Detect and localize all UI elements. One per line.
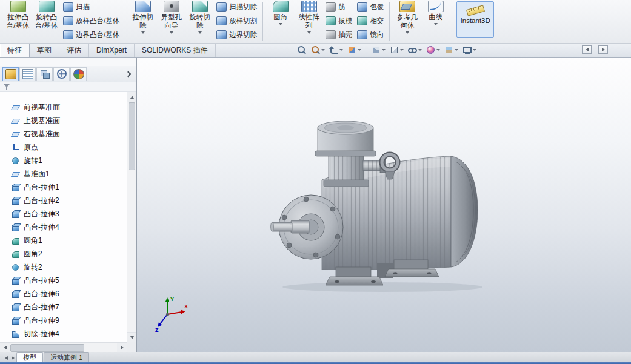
sweep-boss-button[interactable]: 扫描 [61,0,122,14]
chevron-down-icon [436,49,440,51]
pane-toggle-right-icon[interactable] [598,45,608,54]
tree-item[interactable]: 圆角1 [0,234,127,247]
hole-wizard-button[interactable]: 异型孔 向导 [157,0,185,34]
tree-item[interactable]: 凸台-拉伸3 [0,207,127,220]
tree-item[interactable]: 基准面1 [0,167,127,180]
boss-extrude-icon [11,183,20,192]
panel-flyout-button[interactable] [124,70,132,78]
apply-scene-button[interactable] [442,45,460,55]
hide-show-items-button[interactable] [406,45,424,55]
feature-manager-panel: 前视基准面 上视基准面 右视基准面 原点 旋转1 基准面1 凸台-拉伸1 凸台-… [0,58,137,352]
plane-icon [11,170,20,179]
tree-item[interactable]: 原点 [0,141,127,154]
sweep-boss-icon [63,2,73,12]
chevron-down-icon [455,49,458,51]
tree-item[interactable]: 凸台-拉伸6 [0,287,127,300]
intersect-button[interactable]: 相交 [355,14,386,28]
scroll-right-icon[interactable] [117,343,127,352]
tab-scroll-left-icon[interactable] [3,354,10,362]
sweep-cut-icon [216,2,227,12]
tab-dimxpert[interactable]: DimXpert [89,44,135,57]
boss-extrude-icon [11,210,20,219]
tab-scroll-right-icon[interactable] [10,354,16,362]
reference-geometry-button[interactable]: 参考几 何体 [393,0,421,34]
fillet-button[interactable]: 圆角 [266,0,295,25]
boss-extrude-icon [11,196,20,205]
tree-item[interactable]: 凸台-拉伸5 [0,274,127,287]
configuration-icon [40,70,50,79]
curves-button[interactable]: 曲线 [421,0,450,25]
tree-horizontal-scrollbar[interactable] [0,342,127,352]
ribbon-separator [389,2,390,41]
boundary-boss-button[interactable]: 边界凸台/基体 [61,28,122,42]
pane-toggle-icons [582,45,608,54]
scroll-left-icon[interactable] [0,343,10,352]
loft-boss-button[interactable]: 放样凸台/基体 [61,14,122,28]
loft-cut-button[interactable]: 放样切割 [214,14,259,28]
view-orientation-button[interactable] [369,45,387,55]
zoom-area-icon [310,45,321,55]
view-settings-button[interactable] [460,45,478,55]
tree-item[interactable]: 上视基准面 [0,114,127,127]
tab-solidworks-addins[interactable]: SOLIDWORKS 插件 [135,44,216,57]
model-tab[interactable]: 模型 [16,352,43,362]
wrap-button[interactable]: 包覆 [355,0,386,14]
loft-boss-icon [63,16,73,25]
tree-item[interactable]: 凸台-拉伸2 [0,194,127,207]
propertymanager-tab[interactable] [19,67,36,81]
extrude-boss-button[interactable]: 拉伸凸 台/基体 [4,0,32,30]
pane-toggle-left-icon[interactable] [582,45,592,54]
display-colorwheel-icon [73,69,84,79]
tree-item[interactable]: 旋转1 [0,154,127,167]
tree-item[interactable]: 凸台-拉伸4 [0,220,127,234]
tree-item[interactable]: 凸台-拉伸9 [0,314,127,327]
tab-sketch[interactable]: 草图 [30,44,59,57]
extrude-cut-button[interactable]: 拉伸切 除 [129,0,157,34]
dimxpertmanager-tab[interactable] [53,67,70,81]
revolve-boss-button[interactable]: 旋转凸 台/基体 [32,0,61,30]
tree-item[interactable]: 切除-拉伸4 [0,327,127,340]
scroll-down-icon[interactable] [127,332,136,342]
zoom-fit-button[interactable] [295,45,309,55]
zoom-area-button[interactable] [309,45,327,55]
chevron-down-icon [321,49,325,51]
section-view-button[interactable] [345,45,363,55]
document-tab-bar: 模型 运动算例 1 [0,352,631,362]
instant3d-button[interactable]: Instant3D [456,1,494,38]
svg-text:X: X [184,303,188,309]
tab-features[interactable]: 特征 [0,44,30,57]
tree-item[interactable]: 右视基准面 [0,127,127,141]
tree-vertical-scrollbar[interactable] [127,92,136,342]
tree-item[interactable]: 前视基准面 [0,101,127,114]
tree-item[interactable]: 旋转2 [0,260,127,274]
sweep-cut-button[interactable]: 扫描切除 [214,0,259,14]
previous-view-button[interactable] [327,45,345,55]
rib-button[interactable]: 筋 [323,0,355,14]
configurationmanager-tab[interactable] [36,67,53,81]
edit-appearance-button[interactable] [424,45,442,55]
revolve-cut-button[interactable]: 旋转切 除 [185,0,214,34]
motion-study-tab[interactable]: 运动算例 1 [44,352,89,362]
scrollbar-thumb[interactable] [129,102,135,170]
filter-icon[interactable] [4,84,10,90]
scroll-up-icon[interactable] [127,92,136,102]
display-style-button[interactable] [387,45,406,55]
mirror-button[interactable]: 镜向 [355,28,386,42]
linear-pattern-button[interactable]: 线性阵 列 [295,0,323,34]
draft-button[interactable]: 拔模 [323,14,355,28]
extrude-boss-icon [10,1,26,12]
tree-item[interactable]: 凸台-拉伸1 [0,180,127,194]
ribbon-group-cut: 拉伸切 除 异型孔 向导 旋转切 除 扫描切除 [127,0,261,43]
graphics-area[interactable]: Y X Z [137,58,631,352]
tab-evaluate[interactable]: 评估 [59,44,89,57]
motor-model[interactable] [264,118,486,294]
displaymanager-tab[interactable] [70,67,87,81]
scrollbar-thumb[interactable] [10,344,84,352]
boundary-cut-button[interactable]: 边界切除 [214,28,259,42]
tree-item[interactable]: 圆角2 [0,247,127,260]
chevron-down-icon [279,23,282,25]
featuremanager-tab[interactable] [2,67,19,81]
ribbon-separator [262,2,263,41]
shell-button[interactable]: 抽壳 [323,28,355,42]
tree-item[interactable]: 凸台-拉伸7 [0,300,127,314]
